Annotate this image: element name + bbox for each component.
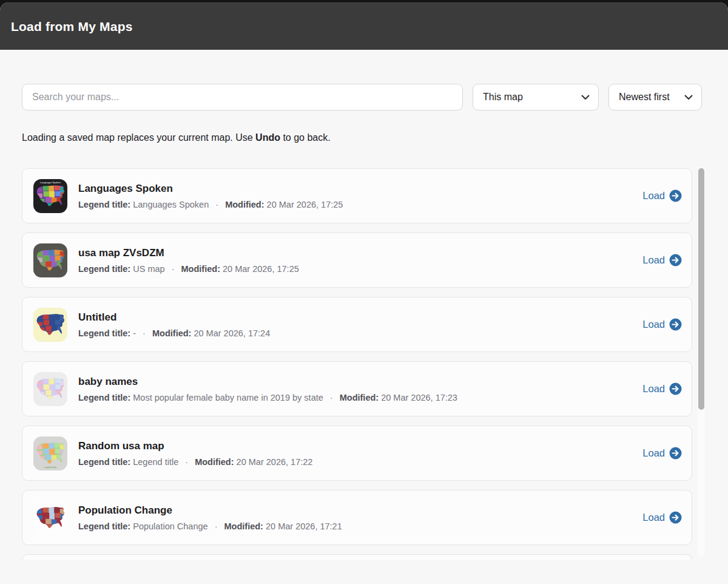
map-meta: Legend title: Most popular female baby n…	[78, 393, 633, 402]
legend-title-label: Legend title:	[78, 521, 130, 531]
map-thumbnail-icon	[33, 308, 67, 342]
legend-title-value: US map	[133, 264, 164, 274]
load-label: Load	[642, 512, 665, 523]
scope-select[interactable]: This map	[473, 84, 599, 110]
modified-value: 20 Mar 2026, 17:24	[194, 328, 270, 338]
load-button[interactable]: Load	[642, 447, 682, 460]
load-label: Load	[642, 319, 665, 330]
legend-title-value: Population Change	[133, 521, 207, 531]
modified-label: Modified:	[225, 200, 264, 209]
list-item: Untitled Legend title: - · Modified: 20 …	[22, 297, 692, 352]
map-thumbnail-icon: Languages Spoken	[33, 179, 67, 213]
modified-label: Modified:	[224, 521, 263, 531]
legend-title-label: Legend title:	[78, 457, 130, 467]
svg-text:Legend title: Legend title	[44, 465, 56, 468]
map-title: usa map ZVsDZM	[78, 247, 633, 259]
map-info: usa map ZVsDZM Legend title: US map · Mo…	[78, 247, 633, 274]
load-label: Load	[642, 254, 665, 266]
map-info: Random usa map Legend title: Legend titl…	[78, 440, 633, 467]
sort-select[interactable]: Newest first	[608, 84, 702, 110]
map-thumbnail-icon: Legend title	[33, 436, 67, 470]
map-info: Untitled Legend title: - · Modified: 20 …	[78, 311, 633, 338]
map-info: Languages Spoken Legend title: Languages…	[78, 183, 633, 209]
map-info: baby names Legend title: Most popular fe…	[78, 376, 633, 402]
load-arrow-icon	[669, 447, 682, 460]
map-meta: Legend title: Population Change · Modifi…	[78, 521, 633, 531]
modified-value: 20 Mar 2026, 17:21	[266, 521, 342, 531]
legend-title-value: Legend title	[133, 457, 178, 467]
dialog-header: Load from My Maps	[0, 2, 728, 50]
load-button[interactable]: Load	[642, 382, 682, 395]
load-button[interactable]: Load	[642, 511, 682, 524]
map-thumbnail-icon	[33, 501, 67, 535]
legend-title-label: Legend title:	[78, 264, 130, 274]
map-meta: Legend title: US map · Modified: 20 Mar …	[78, 264, 633, 274]
list-item-partial	[22, 554, 692, 560]
modified-label: Modified:	[152, 328, 191, 338]
chevron-down-icon	[684, 95, 693, 100]
scrollbar-thumb[interactable]	[698, 168, 704, 410]
list-item: usa map ZVsDZM Legend title: US map · Mo…	[22, 233, 692, 288]
scope-select-value: This map	[483, 92, 523, 103]
chevron-down-icon	[581, 95, 590, 100]
legend-title-value: Languages Spoken	[133, 200, 209, 209]
dialog-title: Load from My Maps	[11, 19, 133, 34]
legend-title-label: Legend title:	[78, 393, 130, 402]
load-arrow-icon	[669, 318, 682, 331]
load-button[interactable]: Load	[642, 189, 682, 202]
modified-value: 20 Mar 2026, 17:22	[237, 457, 313, 467]
map-title: Untitled	[78, 311, 633, 324]
list-item: baby names Legend title: Most popular fe…	[22, 361, 692, 416]
legend-title-label: Legend title:	[78, 328, 130, 338]
list-item: Legend title Random usa map Legend title…	[22, 426, 692, 481]
load-arrow-icon	[669, 511, 682, 524]
map-title: Languages Spoken	[78, 183, 633, 195]
legend-title-value: -	[133, 328, 136, 338]
maps-list-cards: Languages Spoken Languages Spoken Legend…	[22, 168, 692, 560]
meta-separator: ·	[143, 328, 146, 338]
search-input[interactable]	[22, 84, 463, 110]
map-info: Population Change Legend title: Populati…	[78, 504, 633, 531]
load-button[interactable]: Load	[642, 318, 682, 331]
maps-list: Languages Spoken Languages Spoken Legend…	[0, 164, 728, 560]
load-arrow-icon	[669, 189, 682, 202]
meta-separator: ·	[185, 457, 188, 467]
load-maps-dialog: Load from My Maps This map Newest first …	[0, 2, 728, 584]
meta-separator: ·	[172, 264, 175, 274]
map-title: Random usa map	[78, 440, 633, 452]
meta-separator: ·	[215, 200, 218, 209]
load-button[interactable]: Load	[642, 254, 682, 267]
map-meta: Legend title: Legend title · Modified: 2…	[78, 457, 633, 467]
modified-label: Modified:	[340, 393, 379, 402]
modified-value: 20 Mar 2026, 17:25	[267, 200, 343, 209]
modified-value: 20 Mar 2026, 17:25	[223, 264, 299, 274]
list-item: Population Change Legend title: Populati…	[22, 490, 692, 545]
meta-separator: ·	[330, 393, 333, 402]
modified-label: Modified:	[195, 457, 234, 467]
legend-title-label: Legend title:	[78, 200, 130, 209]
meta-separator: ·	[215, 521, 218, 531]
legend-title-value: Most popular female baby name in 2019 by…	[133, 393, 323, 402]
load-label: Load	[642, 383, 665, 395]
svg-text:Languages Spoken: Languages Spoken	[40, 181, 61, 184]
map-title: baby names	[78, 376, 633, 388]
modified-label: Modified:	[181, 264, 220, 274]
list-item: Languages Spoken Languages Spoken Legend…	[22, 168, 692, 223]
sort-select-value: Newest first	[619, 92, 670, 103]
load-label: Load	[642, 190, 665, 202]
modified-value: 20 Mar 2026, 17:23	[381, 393, 457, 402]
map-thumbnail-icon	[33, 372, 67, 406]
load-label: Load	[642, 447, 665, 459]
map-meta: Legend title: - · Modified: 20 Mar 2026,…	[78, 328, 633, 338]
scrollbar-track[interactable]	[698, 167, 705, 557]
load-arrow-icon	[669, 382, 682, 395]
map-meta: Legend title: Languages Spoken · Modifie…	[78, 200, 633, 209]
map-thumbnail-icon	[33, 243, 67, 277]
list-toolbar: This map Newest first	[22, 84, 702, 110]
load-arrow-icon	[669, 254, 682, 267]
replace-warning-text: Loading a saved map replaces your curren…	[22, 131, 706, 145]
map-title: Population Change	[78, 504, 633, 517]
